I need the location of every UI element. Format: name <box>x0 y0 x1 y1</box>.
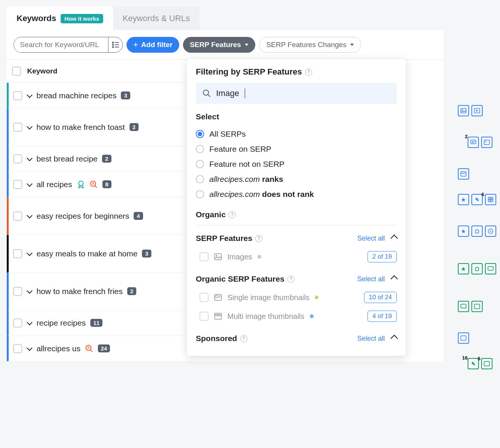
chevron-down-icon[interactable] <box>27 289 32 294</box>
help-icon[interactable]: ? <box>229 211 236 218</box>
select-all-checkbox[interactable] <box>12 67 21 76</box>
text-cursor <box>245 88 245 98</box>
select-all-link[interactable]: Select all <box>357 335 385 343</box>
add-filter-label: Add filter <box>141 41 172 49</box>
radio-icon <box>196 145 204 153</box>
keyword-count-badge: 2 <box>127 287 136 295</box>
chevron-down-icon[interactable] <box>27 125 32 130</box>
row-checkbox[interactable] <box>13 180 22 189</box>
edit-icon[interactable]: 6✎ <box>468 358 479 369</box>
select-all-link[interactable]: Select all <box>357 235 385 242</box>
svg-point-6 <box>79 181 83 186</box>
keyword-row[interactable]: allrecipes us24 <box>7 336 195 361</box>
list-toggle-button[interactable] <box>108 37 122 52</box>
select-all-link[interactable]: Select all <box>357 275 385 283</box>
keyword-row[interactable]: best bread recipe2 <box>7 146 195 172</box>
chevron-down-icon[interactable] <box>27 213 32 219</box>
help-icon[interactable]: ? <box>305 69 312 76</box>
chevron-down-icon[interactable] <box>27 346 32 351</box>
help-icon[interactable]: ? <box>240 335 247 342</box>
feature-item-images[interactable]: Images 2 of 19 <box>196 247 397 266</box>
keyword-row[interactable]: bread machine recipes3 <box>7 83 195 108</box>
row-checkbox[interactable] <box>13 154 22 163</box>
amp-icon[interactable] <box>485 226 496 237</box>
keyword-row[interactable]: recipe recipes11 <box>7 310 195 336</box>
keyword-row[interactable]: all recipes8 <box>7 172 195 197</box>
chevron-down-icon[interactable] <box>27 251 32 256</box>
status-dot <box>258 255 261 259</box>
chat-icon[interactable] <box>468 137 479 148</box>
row-checkbox[interactable] <box>13 318 22 328</box>
row-checkbox[interactable] <box>13 249 22 258</box>
radio-label: All SERPs <box>209 130 246 139</box>
chevron-down-icon[interactable] <box>27 93 32 98</box>
image-icon[interactable] <box>458 105 469 116</box>
search-input[interactable] <box>14 37 108 52</box>
svg-rect-30 <box>488 267 493 270</box>
row-checkbox[interactable] <box>13 91 22 100</box>
chevron-up-icon[interactable] <box>390 275 398 283</box>
radio-feature-on-serp[interactable]: Feature on SERP <box>196 142 397 157</box>
panel-icon[interactable] <box>458 168 469 180</box>
feature-search-input[interactable]: Image <box>196 83 397 104</box>
feature-checkbox[interactable] <box>200 252 209 261</box>
award-icon <box>77 180 85 189</box>
svg-rect-21 <box>484 140 489 145</box>
feature-item-single-thumbnail[interactable]: Single image thumbnails 10 of 24 <box>196 288 397 307</box>
how-it-works-pill[interactable]: How it works <box>61 14 103 23</box>
image-icon[interactable] <box>481 358 492 369</box>
chat-icon[interactable] <box>458 301 469 312</box>
keyword-row[interactable]: easy meals to make at home3 <box>7 235 195 273</box>
help-icon[interactable]: ? <box>255 235 262 242</box>
row-checkbox[interactable] <box>13 123 22 132</box>
feature-checkbox[interactable] <box>200 312 209 321</box>
chat-icon[interactable] <box>485 263 496 274</box>
row-checkbox[interactable] <box>13 287 22 296</box>
chevron-down-icon[interactable] <box>27 156 32 162</box>
svg-rect-25 <box>488 197 490 199</box>
video-icon[interactable] <box>471 105 483 116</box>
row-checkbox[interactable] <box>13 212 22 221</box>
chevron-down-icon[interactable] <box>27 182 32 187</box>
keyword-text: how to make french fries <box>37 287 123 296</box>
panel-icon[interactable] <box>458 332 469 344</box>
feature-checkbox[interactable] <box>200 293 209 302</box>
serp-changes-dropdown-button[interactable]: SERP Features Changes <box>259 37 361 53</box>
tab-keywords-urls[interactable]: Keywords & URLs <box>113 7 200 30</box>
serp-features-dropdown-button[interactable]: SERP Features <box>183 37 255 53</box>
image-icon[interactable] <box>471 301 483 312</box>
chevron-up-icon[interactable] <box>390 235 398 242</box>
tab-keywords[interactable]: Keywords How it works <box>7 7 113 30</box>
chevron-up-icon[interactable] <box>390 335 398 342</box>
caret-down-icon <box>350 44 354 46</box>
star-icon[interactable]: ★ <box>458 263 469 274</box>
radio-all-serps[interactable]: All SERPs <box>196 126 397 142</box>
keyword-row[interactable]: easy recipes for beginners4 <box>7 197 195 235</box>
edit-icon[interactable]: 6✎ <box>471 194 483 205</box>
add-filter-button[interactable]: + Add filter <box>127 37 179 53</box>
sponsored-section-title: Sponsored <box>196 334 237 343</box>
select-section-label: Select <box>196 112 397 121</box>
svg-rect-27 <box>488 200 490 202</box>
help-icon[interactable]: ? <box>287 276 294 283</box>
image-icon[interactable] <box>481 137 492 148</box>
radio-domain-ranks[interactable]: allrecipes.com ranks <box>196 172 397 187</box>
status-dot <box>310 314 314 318</box>
radio-domain-not-rank[interactable]: allrecipes.com does not rank <box>196 187 397 202</box>
keyword-row[interactable]: how to make french toast2 <box>7 108 195 146</box>
star-icon[interactable]: ★ <box>458 194 469 205</box>
star-icon[interactable]: ★ <box>458 226 469 237</box>
grid-icon[interactable] <box>485 194 496 205</box>
row-checkbox[interactable] <box>13 344 22 353</box>
keyword-count-badge: 3 <box>121 91 130 99</box>
chef-icon[interactable] <box>471 226 483 237</box>
serp-features-filter-dropdown: Filtering by SERP Features ? Image Selec… <box>186 58 406 356</box>
svg-line-12 <box>90 350 92 352</box>
keyword-text: bread machine recipes <box>37 91 116 100</box>
feature-item-multi-thumbnail[interactable]: Multi image thumbnails 4 of 19 <box>196 307 397 326</box>
chevron-down-icon[interactable] <box>27 320 32 326</box>
keyword-search-wrap <box>14 37 123 53</box>
keyword-row[interactable]: how to make french fries2 <box>7 273 195 310</box>
radio-feature-not-on-serp[interactable]: Feature not on SERP <box>196 157 397 172</box>
chef-icon[interactable] <box>471 263 483 274</box>
